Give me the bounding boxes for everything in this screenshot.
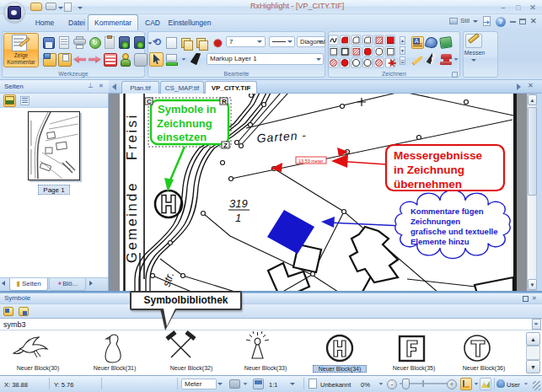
svg-text:Z: Z [223, 142, 228, 149]
svg-text:Zeichnung: Zeichnung [157, 117, 212, 130]
svg-text:1: 1 [235, 212, 241, 224]
svg-text:Zeichnungen: Zeichnungen [411, 217, 460, 226]
svg-text:Elemente hinzu: Elemente hinzu [411, 237, 470, 246]
svg-text:grafische und textuelle: grafische und textuelle [411, 227, 497, 236]
svg-text:Symbole in: Symbole in [158, 103, 216, 115]
svg-text:R: R [222, 98, 227, 105]
svg-text:Messergebnisse: Messergebnisse [394, 149, 483, 162]
svg-text:C: C [147, 98, 152, 105]
svg-text:einsetzen: einsetzen [157, 131, 207, 143]
svg-text:319: 319 [229, 197, 248, 210]
svg-text:übernehmen: übernehmen [394, 178, 462, 191]
svg-text:in Zeichnung: in Zeichnung [394, 164, 464, 176]
svg-text:Freisi: Freisi [124, 113, 139, 160]
svg-text:Kommentare fügen: Kommentare fügen [411, 207, 484, 216]
svg-text:13.53 meter: 13.53 meter [298, 158, 324, 164]
svg-text:Gemeinde: Gemeinde [124, 181, 139, 263]
